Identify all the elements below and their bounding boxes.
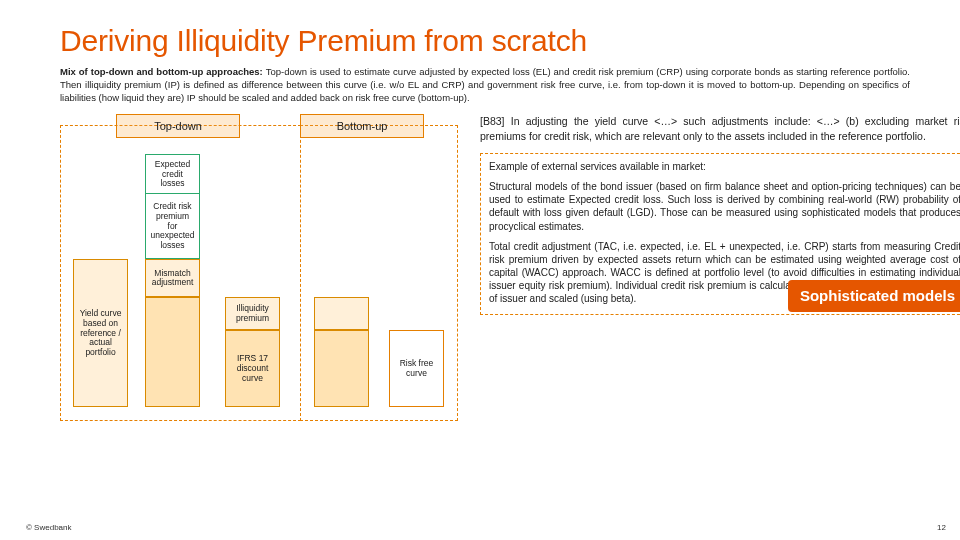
bar-bottomup-illiquidity <box>314 297 369 330</box>
bar-risk-free-curve: Risk free curve <box>389 330 444 407</box>
header-bottomup: Bottom-up <box>300 114 424 138</box>
page-number: 12 <box>937 523 946 532</box>
copyright-footer: © Swedbank <box>26 523 71 532</box>
bar-mismatch-adjustment: Mismatch adjustment <box>145 259 200 297</box>
sophisticated-models-badge: Sophisticated models <box>788 280 960 312</box>
bar-bottomup-residual <box>314 330 369 407</box>
bar-expected-credit-loss: Expected credit losses <box>145 154 200 194</box>
bar-ifrs17-curve: IFRS 17 discount curve <box>225 330 280 407</box>
decomposition-diagram: Top-down Bottom-up Yield curve based on … <box>60 114 460 454</box>
bar-topdown-residual <box>145 297 200 407</box>
callout-paragraph-1: Structural models of the bond issuer (ba… <box>489 180 960 233</box>
standard-quote: [B83] In adjusting the yield curve <…> s… <box>480 114 960 142</box>
bar-credit-risk-premium: Credit risk premium for unexpected losse… <box>145 193 200 259</box>
callout-heading: Example of external services available i… <box>489 160 960 173</box>
intro-paragraph: Mix of top-down and bottom-up approaches… <box>60 66 920 104</box>
header-topdown: Top-down <box>116 114 240 138</box>
intro-lead: Mix of top-down and bottom-up approaches… <box>60 66 266 77</box>
bar-illiquidity-premium: Illiquidity premium <box>225 297 280 330</box>
bar-yield-curve: Yield curve based on reference / actual … <box>73 259 128 407</box>
external-services-callout: Example of external services available i… <box>480 153 960 315</box>
slide-title: Deriving Illiquidity Premium from scratc… <box>60 24 920 58</box>
